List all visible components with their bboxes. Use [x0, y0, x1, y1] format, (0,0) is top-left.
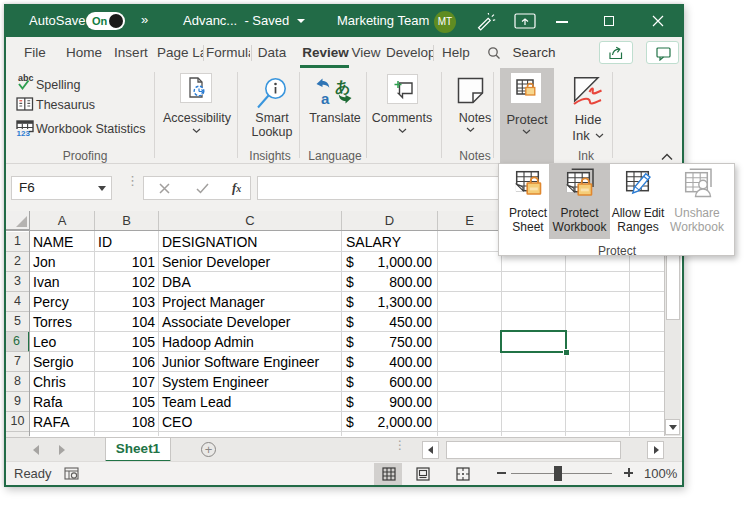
svg-text:a: a: [321, 90, 330, 105]
svg-text:あ: あ: [335, 78, 350, 96]
svg-text:123: 123: [17, 129, 31, 137]
svg-text:abc: abc: [18, 73, 34, 83]
